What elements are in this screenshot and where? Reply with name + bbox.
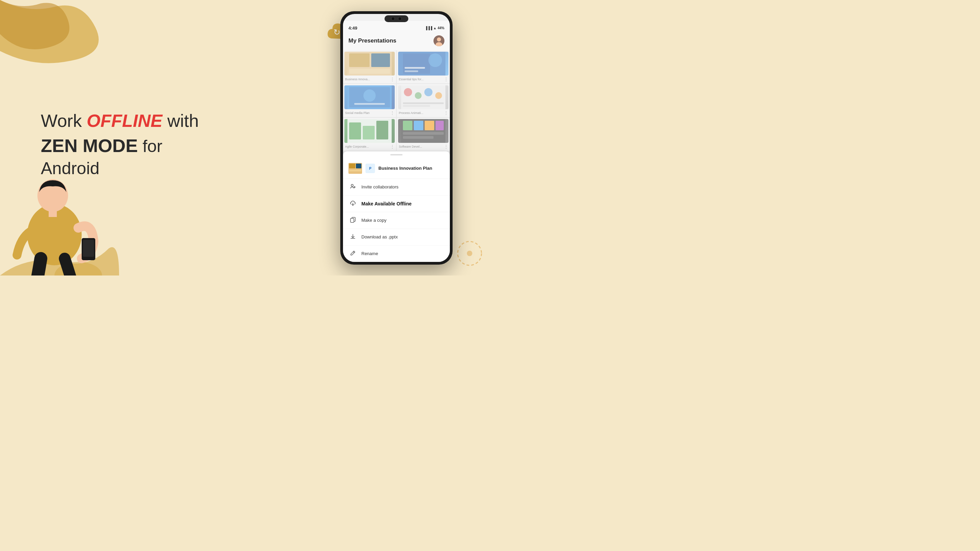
svg-rect-15 xyxy=(371,53,390,67)
invite-collaborators-item[interactable]: Invite collaborators xyxy=(343,179,450,195)
bottom-sheet: P Business Innovation Plan xyxy=(343,151,450,262)
svg-rect-41 xyxy=(436,121,444,130)
presentation-thumbnail xyxy=(344,52,395,76)
invite-collaborators-label: Invite collaborators xyxy=(361,184,398,189)
presentations-grid: Business Innova... ⋮ xyxy=(343,50,450,151)
phone-section: 4:49 ▐▐▐ ▲ 44% My Presentations xyxy=(340,11,456,265)
svg-rect-54 xyxy=(350,218,354,222)
headline-line1: Work OFFLINE with xyxy=(41,110,218,131)
pres-name: Agile Corporate... xyxy=(345,145,369,148)
svg-rect-45 xyxy=(349,164,355,168)
svg-rect-16 xyxy=(349,69,390,74)
presentation-label: Software Devel... ⋮ xyxy=(398,143,449,149)
rename-icon xyxy=(349,250,356,257)
download-pptx-label: Download as .pptx xyxy=(361,234,398,240)
svg-rect-6 xyxy=(49,210,57,217)
svg-rect-32 xyxy=(403,105,430,107)
svg-rect-31 xyxy=(403,102,444,104)
sheet-drag-handle-area xyxy=(343,151,450,156)
pres-name: Software Devel... xyxy=(399,145,422,148)
camera-dot-1 xyxy=(391,17,395,21)
presentation-thumbnail xyxy=(398,52,449,76)
more-icon[interactable]: ⋮ xyxy=(390,110,395,116)
app-header: My Presentations xyxy=(343,33,450,50)
pres-name: Social media Plan xyxy=(345,111,369,114)
sheet-pptx-icon: P xyxy=(366,164,375,173)
more-icon[interactable]: ⋮ xyxy=(444,76,449,82)
make-copy-label: Make a copy xyxy=(361,218,387,223)
presentation-label: Agile Corporate... ⋮ xyxy=(344,143,395,149)
make-available-offline-item[interactable]: Make Available Offline xyxy=(343,195,450,212)
person-illustration xyxy=(0,133,129,275)
download-pptx-item[interactable]: Download as .pptx xyxy=(343,229,450,246)
copy-icon xyxy=(349,217,356,224)
status-time: 4:49 xyxy=(348,25,357,30)
svg-text:P: P xyxy=(369,167,372,170)
headline-offline: OFFLINE xyxy=(87,111,162,130)
user-avatar[interactable] xyxy=(434,35,444,46)
rename-label: Rename xyxy=(361,251,378,256)
make-available-offline-label: Make Available Offline xyxy=(361,201,412,206)
svg-rect-20 xyxy=(404,67,425,69)
sheet-handle xyxy=(390,154,402,156)
svg-rect-8 xyxy=(83,240,94,257)
invite-collaborators-icon xyxy=(349,183,356,191)
list-item[interactable]: Social media Plan ⋮ xyxy=(343,84,396,117)
list-item[interactable]: Process Animati... ⋮ xyxy=(397,84,450,117)
svg-point-19 xyxy=(428,53,442,67)
svg-rect-38 xyxy=(403,121,412,130)
presentation-label: Business Innova... ⋮ xyxy=(344,76,395,82)
svg-point-50 xyxy=(351,184,353,186)
svg-point-11 xyxy=(437,37,441,41)
camera-bump xyxy=(385,15,408,22)
sheet-thumb-preview xyxy=(348,163,362,174)
presentation-label: Essential tips for... ⋮ xyxy=(398,76,449,82)
pres-name: Process Animati... xyxy=(399,111,423,114)
svg-rect-40 xyxy=(425,121,434,130)
svg-rect-21 xyxy=(404,70,418,72)
svg-point-28 xyxy=(415,92,422,99)
svg-point-24 xyxy=(363,89,375,102)
svg-rect-47 xyxy=(349,170,361,171)
svg-rect-39 xyxy=(414,121,423,130)
make-copy-item[interactable]: Make a copy xyxy=(343,212,450,229)
pres-name: Essential tips for... xyxy=(399,78,424,81)
svg-rect-35 xyxy=(363,126,375,140)
phone-inner: 4:49 ▐▐▐ ▲ 44% My Presentations xyxy=(343,14,450,262)
signal-icon: ▐▐▐ xyxy=(425,26,432,30)
headline-prefix: Work xyxy=(41,111,87,130)
more-icon[interactable]: ⋮ xyxy=(444,144,449,149)
more-icon[interactable]: ⋮ xyxy=(390,76,395,82)
list-item[interactable]: Agile Corporate... ⋮ xyxy=(343,118,396,151)
svg-rect-43 xyxy=(403,136,434,139)
status-bar: 4:49 ▐▐▐ ▲ 44% xyxy=(343,21,450,33)
pres-name: Business Innova... xyxy=(345,78,370,81)
more-icon[interactable]: ⋮ xyxy=(390,144,395,149)
more-icon[interactable]: ⋮ xyxy=(444,110,449,116)
status-icons: ▐▐▐ ▲ 44% xyxy=(425,26,444,30)
list-item[interactable]: Software Devel... ⋮ xyxy=(397,118,450,151)
list-item[interactable]: Essential tips for... ⋮ xyxy=(397,50,450,83)
presentation-label: Process Animati... ⋮ xyxy=(398,109,449,116)
sheet-header: P Business Innovation Plan xyxy=(343,158,450,179)
svg-rect-25 xyxy=(354,103,385,105)
download-icon xyxy=(349,233,356,241)
presentation-thumbnail xyxy=(344,86,395,109)
svg-rect-14 xyxy=(349,53,369,67)
svg-point-30 xyxy=(435,92,442,99)
svg-rect-34 xyxy=(349,122,361,140)
phone-frame: 4:49 ▐▐▐ ▲ 44% My Presentations xyxy=(340,11,453,265)
battery-text: 44% xyxy=(438,26,444,30)
offline-icon xyxy=(349,200,356,208)
svg-rect-46 xyxy=(356,164,361,168)
svg-rect-42 xyxy=(403,132,444,135)
wifi-icon: ▲ xyxy=(433,26,437,30)
list-item[interactable]: Business Innova... ⋮ xyxy=(343,50,396,83)
app-title: My Presentations xyxy=(348,37,396,44)
svg-point-27 xyxy=(404,88,412,96)
presentation-thumbnail xyxy=(344,119,395,143)
presentation-label: Social media Plan ⋮ xyxy=(344,109,395,116)
rename-item[interactable]: Rename xyxy=(343,246,450,262)
camera-dot-2 xyxy=(398,17,402,21)
presentation-thumbnail xyxy=(398,86,449,109)
